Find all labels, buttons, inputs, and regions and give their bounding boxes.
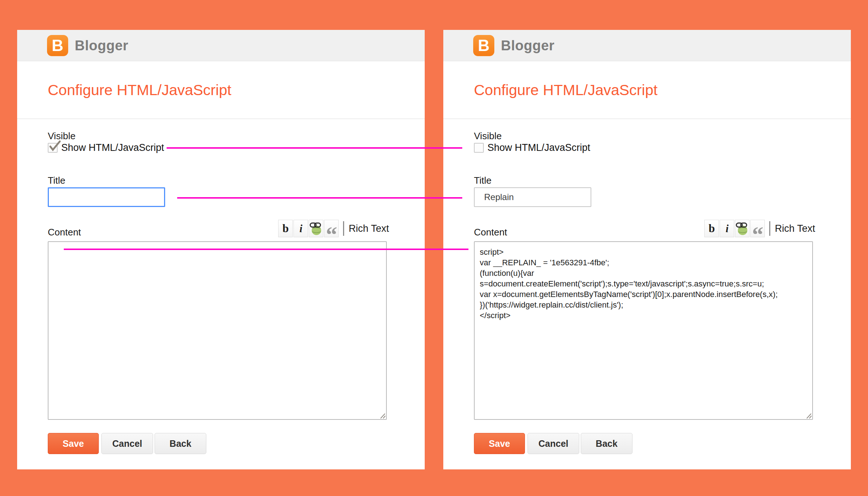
bold-button[interactable]: b [278, 220, 293, 237]
quote-icon: “ [752, 231, 763, 237]
blogger-logo-letter: B [478, 36, 490, 55]
editor-toolbar: b i “ Rich Text [704, 219, 815, 238]
blogger-logo-icon: B [473, 35, 494, 56]
page-title: Configure HTML/JavaScript [474, 82, 658, 99]
show-html-label: Show HTML/JavaScript [487, 142, 590, 153]
title-label: Title [48, 175, 65, 186]
link-icon [735, 221, 749, 236]
content-textarea[interactable]: script> var __REPLAIN_ = '1e563291-4fbe'… [474, 241, 813, 420]
italic-button[interactable]: i [293, 220, 308, 237]
cancel-button[interactable]: Cancel [528, 433, 579, 454]
show-html-row: Show HTML/JavaScript [48, 142, 164, 153]
blogger-wordmark: Blogger [501, 30, 554, 61]
save-button[interactable]: Save [474, 433, 525, 454]
link-button[interactable] [309, 220, 323, 237]
back-button[interactable]: Back [155, 433, 206, 454]
title-input[interactable] [474, 187, 591, 207]
connector-line-content [64, 249, 468, 250]
panel-after: B Blogger Configure HTML/JavaScript Visi… [443, 30, 851, 469]
rich-text-link[interactable]: Rich Text [775, 223, 815, 234]
content-label: Content [474, 227, 507, 238]
title-input[interactable] [48, 187, 165, 207]
button-row: Save Cancel Back [48, 433, 206, 454]
brand-bar: B Blogger [443, 30, 851, 61]
show-html-checkbox[interactable] [48, 143, 58, 153]
show-html-row: Show HTML/JavaScript [474, 142, 590, 153]
link-button[interactable] [735, 220, 750, 237]
content-label: Content [48, 227, 81, 238]
blogger-logo-letter: B [52, 36, 63, 55]
button-row: Save Cancel Back [474, 433, 632, 454]
rich-text-link[interactable]: Rich Text [349, 223, 389, 234]
save-button[interactable]: Save [48, 433, 99, 454]
page-title: Configure HTML/JavaScript [48, 82, 231, 99]
cancel-button[interactable]: Cancel [101, 433, 153, 454]
page-header: Configure HTML/JavaScript [443, 62, 851, 119]
visible-label: Visible [474, 130, 502, 142]
content-textarea[interactable] [48, 241, 387, 420]
toolbar-divider [343, 221, 344, 236]
show-html-label: Show HTML/JavaScript [61, 142, 164, 153]
quote-button[interactable]: “ [750, 220, 765, 237]
editor-toolbar: b i “ Rich Text [277, 219, 389, 238]
show-html-checkbox[interactable] [474, 143, 484, 153]
back-button[interactable]: Back [581, 433, 632, 454]
brand-bar: B Blogger [17, 30, 425, 61]
link-icon [309, 221, 323, 236]
italic-icon: i [725, 223, 728, 235]
bold-icon: b [709, 222, 715, 235]
quote-icon: “ [326, 231, 337, 237]
blogger-logo-icon: B [47, 35, 68, 56]
checkmark-icon [48, 139, 62, 152]
blogger-wordmark: Blogger [75, 30, 128, 61]
bold-icon: b [283, 222, 289, 235]
quote-button[interactable]: “ [324, 220, 339, 237]
title-label: Title [474, 175, 491, 186]
connector-line-visible [167, 147, 462, 149]
toolbar-divider [769, 221, 770, 236]
connector-line-title [177, 197, 462, 199]
italic-button[interactable]: i [720, 220, 734, 237]
italic-icon: i [299, 223, 302, 235]
bold-button[interactable]: b [704, 220, 719, 237]
page-header: Configure HTML/JavaScript [17, 62, 425, 119]
